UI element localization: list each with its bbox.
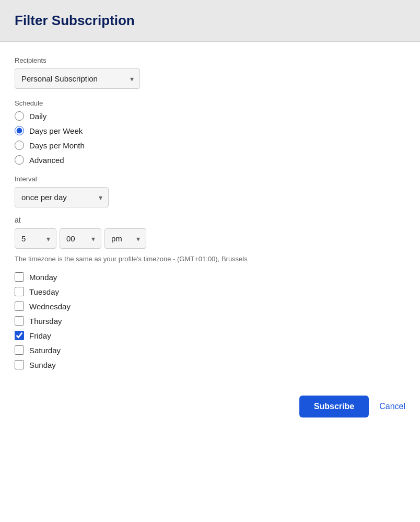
checkbox-label-saturday: Saturday bbox=[29, 346, 61, 355]
schedule-radio-group: DailyDays per WeekDays per MonthAdvanced bbox=[15, 111, 405, 165]
day-item-monday[interactable]: Monday bbox=[15, 272, 405, 282]
checkbox-wednesday[interactable] bbox=[15, 301, 24, 311]
day-item-tuesday[interactable]: Tuesday bbox=[15, 287, 405, 296]
schedule-group: Schedule DailyDays per WeekDays per Mont… bbox=[15, 99, 405, 165]
recipients-select-wrapper: Personal SubscriptionTeam Subscription bbox=[15, 68, 140, 89]
checkbox-friday[interactable] bbox=[15, 331, 24, 340]
at-group: at 123456789101112 00153045 ampm bbox=[15, 216, 405, 249]
subscribe-button[interactable]: Subscribe bbox=[299, 396, 369, 417]
checkbox-sunday[interactable] bbox=[15, 360, 24, 369]
checkbox-label-monday: Monday bbox=[29, 273, 57, 282]
page-title: Filter Subscription bbox=[15, 13, 405, 29]
day-item-sunday[interactable]: Sunday bbox=[15, 360, 405, 369]
hour-select[interactable]: 123456789101112 bbox=[15, 228, 56, 249]
radio-label-advanced: Advanced bbox=[29, 156, 64, 165]
checkbox-monday[interactable] bbox=[15, 272, 24, 282]
at-label: at bbox=[15, 216, 405, 224]
radio-days_per_week[interactable] bbox=[15, 126, 24, 135]
radio-label-daily: Daily bbox=[29, 112, 46, 121]
interval-group: Interval once per daytwice per dayevery … bbox=[15, 175, 405, 207]
recipients-label: Recipients bbox=[15, 56, 405, 64]
radio-daily[interactable] bbox=[15, 111, 24, 121]
day-item-wednesday[interactable]: Wednesday bbox=[15, 301, 405, 311]
checkbox-label-sunday: Sunday bbox=[29, 361, 56, 369]
radio-advanced[interactable] bbox=[15, 155, 24, 165]
time-row: 123456789101112 00153045 ampm bbox=[15, 228, 405, 249]
day-item-thursday[interactable]: Thursday bbox=[15, 316, 405, 326]
checkbox-label-friday: Friday bbox=[29, 331, 51, 340]
timezone-note: The timezone is the same as your profile… bbox=[15, 255, 405, 263]
page-header: Filter Subscription bbox=[0, 0, 420, 42]
checkbox-tuesday[interactable] bbox=[15, 287, 24, 296]
radio-days_per_month[interactable] bbox=[15, 141, 24, 150]
hour-select-wrapper: 123456789101112 bbox=[15, 228, 56, 249]
interval-label: Interval bbox=[15, 175, 405, 183]
cancel-button[interactable]: Cancel bbox=[379, 402, 405, 411]
schedule-radio-item-advanced[interactable]: Advanced bbox=[15, 155, 405, 165]
day-item-friday[interactable]: Friday bbox=[15, 331, 405, 340]
recipients-group: Recipients Personal SubscriptionTeam Sub… bbox=[15, 56, 405, 89]
schedule-radio-item-days_per_week[interactable]: Days per Week bbox=[15, 126, 405, 135]
interval-select[interactable]: once per daytwice per dayevery hour bbox=[15, 187, 109, 207]
schedule-radio-item-days_per_month[interactable]: Days per Month bbox=[15, 141, 405, 150]
checkbox-thursday[interactable] bbox=[15, 316, 24, 326]
schedule-label: Schedule bbox=[15, 99, 405, 107]
minute-select-wrapper: 00153045 bbox=[60, 228, 101, 249]
radio-label-days_per_month: Days per Month bbox=[29, 141, 85, 150]
days-group: MondayTuesdayWednesdayThursdayFridaySatu… bbox=[15, 272, 405, 369]
main-content: Recipients Personal SubscriptionTeam Sub… bbox=[0, 42, 420, 522]
ampm-select-wrapper: ampm bbox=[104, 228, 146, 249]
recipients-select[interactable]: Personal SubscriptionTeam Subscription bbox=[15, 68, 140, 89]
interval-select-wrapper: once per daytwice per dayevery hour bbox=[15, 187, 109, 207]
radio-label-days_per_week: Days per Week bbox=[29, 126, 83, 135]
checkbox-saturday[interactable] bbox=[15, 345, 24, 355]
schedule-radio-item-daily[interactable]: Daily bbox=[15, 111, 405, 121]
checkbox-label-tuesday: Tuesday bbox=[29, 287, 59, 296]
footer-buttons: Subscribe Cancel bbox=[15, 385, 405, 417]
checkbox-label-wednesday: Wednesday bbox=[29, 302, 71, 311]
day-item-saturday[interactable]: Saturday bbox=[15, 345, 405, 355]
checkbox-label-thursday: Thursday bbox=[29, 317, 62, 326]
minute-select[interactable]: 00153045 bbox=[60, 228, 101, 249]
ampm-select[interactable]: ampm bbox=[104, 228, 146, 249]
